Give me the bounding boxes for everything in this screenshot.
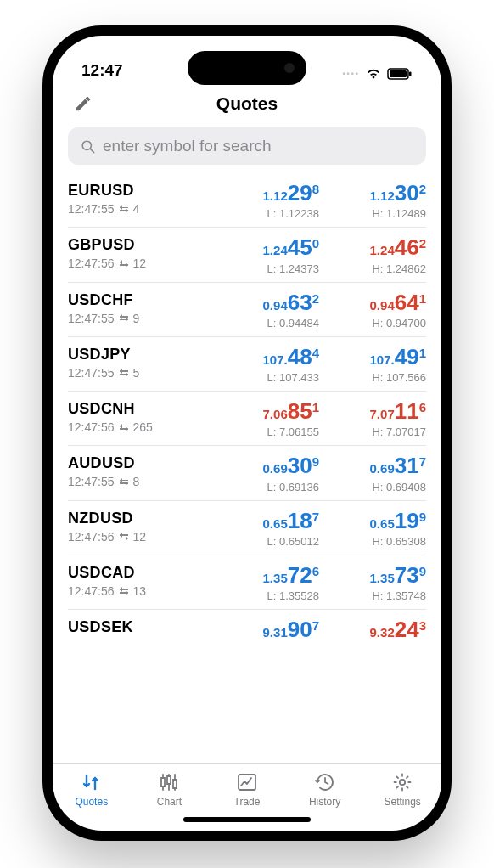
battery-icon: [387, 68, 413, 80]
high-value: H: 7.07017: [334, 426, 426, 438]
symbol: GBPUSD: [68, 236, 234, 254]
quote-meta: 12:47:55 5: [68, 366, 234, 380]
bid-price: 0.65187: [234, 510, 319, 533]
tab-label: Chart: [157, 796, 182, 808]
ask-price: 9.32243: [334, 618, 426, 641]
search-input[interactable]: enter symbol for search: [68, 127, 426, 165]
low-value: L: 107.433: [234, 371, 319, 384]
symbol: USDCHF: [68, 291, 234, 309]
symbol: AUDUSD: [68, 454, 234, 472]
phone-frame: 12:47 •••• Quotes: [42, 25, 452, 841]
high-value: H: 1.35748: [334, 589, 426, 602]
ask-price: 0.94641: [334, 291, 426, 314]
tab-trade[interactable]: Trade: [208, 764, 286, 815]
ask-price: 0.65199: [334, 510, 426, 533]
symbol: USDCNH: [68, 400, 234, 418]
bid-price: 0.94632: [234, 291, 319, 314]
trade-icon: [235, 771, 259, 793]
high-value: H: 0.94700: [334, 317, 426, 330]
svg-rect-2: [409, 72, 412, 76]
quote-meta: 12:47:56 13: [68, 584, 234, 598]
quote-time: 12:47:56: [68, 420, 115, 434]
symbol: NZDUSD: [68, 510, 234, 527]
chart-icon: [157, 771, 181, 793]
ask-price: 1.24462: [334, 236, 426, 259]
spread-value: 12: [133, 530, 147, 544]
quote-row[interactable]: EURUSD 12:47:55 4 1.12298 L: 1.12238 1.1…: [68, 173, 426, 228]
high-value: H: 0.65308: [334, 535, 426, 548]
header: Quotes: [53, 83, 441, 124]
quote-row[interactable]: USDJPY 12:47:55 5 107.484 L: 107.433 107…: [68, 337, 426, 392]
history-icon: [313, 771, 337, 793]
symbol: USDSEK: [68, 618, 234, 636]
cellular-dots-icon: ••••: [342, 70, 360, 78]
tab-label: Quotes: [75, 796, 108, 808]
tab-chart[interactable]: Chart: [131, 764, 209, 815]
quote-time: 12:47:55: [68, 312, 115, 325]
svg-point-3: [82, 141, 91, 149]
spread-icon: [120, 426, 128, 430]
quote-meta: 12:47:56 12: [68, 530, 234, 544]
search-icon: [80, 138, 96, 155]
ask-price: 107.491: [334, 346, 426, 369]
ask-price: 0.69317: [334, 454, 426, 477]
tab-history[interactable]: History: [286, 764, 364, 815]
dynamic-island: [188, 51, 306, 85]
ask-price: 1.35739: [334, 564, 426, 587]
bid-price: 7.06851: [234, 400, 319, 423]
spread-value: 8: [133, 475, 140, 488]
tab-settings[interactable]: Settings: [363, 764, 441, 815]
quote-row[interactable]: USDCAD 12:47:56 13 1.35726 L: 1.35528 1.…: [68, 555, 426, 610]
quote-row[interactable]: NZDUSD 12:47:56 12 0.65187 L: 0.65012 0.…: [68, 501, 426, 555]
quote-time: 12:47:55: [68, 366, 115, 380]
low-value: L: 1.12238: [234, 207, 319, 220]
quotes-icon: [80, 771, 104, 793]
search-placeholder: enter symbol for search: [103, 137, 272, 155]
spread-icon: [120, 480, 128, 484]
quote-time: 12:47:55: [68, 475, 115, 488]
ask-price: 1.12302: [334, 182, 426, 205]
quote-time: 12:47:56: [68, 530, 115, 544]
quote-row[interactable]: USDSEK 9.31907 9.32243: [68, 610, 426, 641]
settings-icon: [390, 771, 414, 793]
bid-price: 1.12298: [234, 182, 319, 205]
svg-rect-1: [390, 70, 407, 77]
tab-quotes[interactable]: Quotes: [53, 764, 131, 815]
bid-price: 107.484: [234, 346, 319, 369]
low-value: L: 1.24373: [234, 262, 319, 275]
high-value: H: 1.24862: [334, 262, 426, 275]
bid-price: 9.31907: [234, 618, 319, 641]
high-value: H: 0.69408: [334, 481, 426, 493]
quote-row[interactable]: GBPUSD 12:47:56 12 1.24450 L: 1.24373 1.…: [68, 228, 426, 282]
quote-time: 12:47:56: [68, 584, 115, 598]
quote-meta: 12:47:56 12: [68, 256, 234, 270]
high-value: H: 1.12489: [334, 207, 426, 220]
quote-row[interactable]: USDCNH 12:47:56 265 7.06851 L: 7.06155 7…: [68, 392, 426, 446]
quote-meta: 12:47:56 265: [68, 420, 234, 434]
symbol: USDCAD: [68, 564, 234, 582]
bid-price: 1.24450: [234, 236, 319, 259]
symbol: EURUSD: [68, 182, 234, 200]
spread-value: 4: [133, 202, 140, 216]
svg-point-6: [400, 780, 405, 785]
spread-icon: [120, 316, 128, 320]
low-value: L: 0.65012: [234, 535, 319, 548]
quote-row[interactable]: AUDUSD 12:47:55 8 0.69309 L: 0.69136 0.6…: [68, 446, 426, 500]
ask-price: 7.07116: [334, 400, 426, 423]
spread-icon: [120, 207, 128, 211]
spread-value: 9: [133, 312, 140, 325]
tab-label: Settings: [384, 796, 420, 808]
quote-row[interactable]: USDCHF 12:47:55 9 0.94632 L: 0.94484 0.9…: [68, 283, 426, 337]
low-value: L: 0.94484: [234, 317, 319, 330]
quote-meta: 12:47:55 4: [68, 202, 234, 216]
tab-label: History: [309, 796, 340, 808]
quote-time: 12:47:55: [68, 202, 115, 216]
spread-icon: [120, 534, 128, 538]
quote-meta: 12:47:55 8: [68, 475, 234, 488]
high-value: H: 107.566: [334, 371, 426, 384]
page-title: Quotes: [53, 93, 441, 114]
status-time: 12:47: [81, 61, 123, 80]
symbol: USDJPY: [68, 346, 234, 364]
quotes-list[interactable]: EURUSD 12:47:55 4 1.12298 L: 1.12238 1.1…: [53, 173, 441, 763]
bid-price: 0.69309: [234, 454, 319, 477]
